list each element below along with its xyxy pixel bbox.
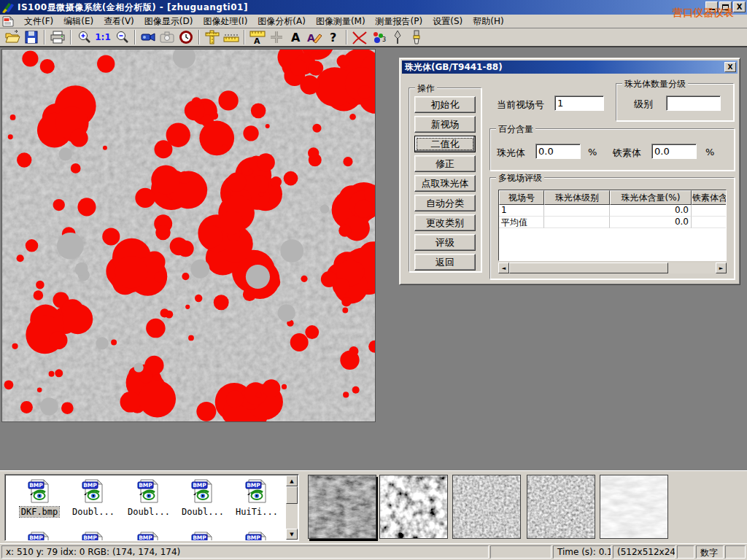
file-item[interactable]: BMP — [230, 530, 284, 541]
correct-button[interactable]: 修正 — [414, 155, 476, 172]
file-item[interactable]: BMP — [122, 530, 176, 541]
app-window: { "window": { "title": "IS100显微摄像系统(金相分析… — [0, 0, 747, 560]
close-button[interactable]: X — [733, 1, 746, 12]
thumbnail-3[interactable] — [452, 475, 521, 539]
init-button[interactable]: 初始化 — [414, 96, 476, 113]
table-row[interactable]: 1 0.0 — [499, 205, 726, 217]
thumbnail-4[interactable] — [527, 475, 595, 539]
cell-grade — [544, 205, 610, 217]
level-input[interactable] — [666, 96, 721, 111]
menu-measure-report[interactable]: 测量报告(P) — [371, 14, 428, 29]
file-name: DKF.bmp — [20, 507, 60, 517]
file-item[interactable]: BMP — [176, 530, 230, 541]
ruler-button[interactable] — [222, 29, 241, 46]
curve-tool-button[interactable] — [350, 29, 369, 46]
camera-button[interactable] — [158, 29, 177, 46]
file-item[interactable]: BMP DKF.bmp — [12, 478, 66, 517]
return-button[interactable]: 返回 — [414, 254, 476, 271]
scroll-left-icon: ◄ — [502, 265, 506, 271]
menu-image-processing[interactable]: 图像处理(I) — [198, 14, 252, 29]
binarize-button[interactable]: 二值化 — [414, 136, 476, 152]
move-cross-icon — [269, 30, 284, 44]
cell-grade — [544, 217, 610, 228]
menu-help[interactable]: 帮助(H) — [468, 14, 508, 29]
auto-classify-button[interactable]: 自动分类 — [414, 195, 476, 211]
file-item[interactable]: BMP — [12, 530, 66, 541]
timer-button[interactable] — [177, 29, 196, 46]
dialog-title-bar[interactable]: 珠光体(GB/T9441-88) X — [402, 61, 738, 74]
table-row[interactable]: 平均值 0.0 — [499, 217, 726, 228]
new-field-button[interactable]: 新视场 — [414, 116, 476, 133]
percent-group-label: 百分含量 — [496, 123, 535, 136]
zoom-in-button[interactable] — [74, 29, 93, 46]
status-empty-2 — [677, 545, 694, 559]
measure-label-button[interactable]: A — [248, 29, 267, 46]
help-button[interactable]: ? — [324, 29, 343, 46]
scroll-right-button[interactable]: ► — [716, 262, 727, 273]
menu-view[interactable]: 查看(V) — [98, 14, 139, 29]
menu-image-display[interactable]: 图像显示(D) — [139, 14, 198, 29]
brush-icon — [411, 30, 422, 44]
scroll-left-button[interactable]: ◄ — [498, 262, 509, 273]
zoom-out-icon — [115, 30, 129, 44]
open-button[interactable] — [3, 29, 22, 46]
menu-settings[interactable]: 设置(S) — [427, 14, 468, 29]
grade-button[interactable]: 评级 — [414, 234, 476, 251]
minimize-button[interactable] — [705, 1, 718, 12]
bmp-file-icon: BMP — [80, 478, 107, 504]
zoom-out-button[interactable] — [112, 29, 131, 46]
fill-brush-button[interactable] — [407, 29, 426, 46]
help-icon: ? — [328, 30, 339, 44]
bottom-panel: BMP DKF.bmp BMP Doubl... BMP Doubl... BM… — [0, 470, 747, 543]
pearlite-percent-input[interactable] — [535, 144, 581, 159]
move-button[interactable] — [267, 29, 286, 46]
file-item[interactable]: BMP — [66, 530, 120, 541]
video-capture-button[interactable] — [139, 29, 158, 46]
menu-edit[interactable]: 编辑(E) — [58, 14, 98, 29]
svg-text:BMP: BMP — [247, 482, 260, 489]
menu-image-analysis[interactable]: 图像分析(A) — [252, 14, 311, 29]
pick-pearlite-button[interactable]: 点取珠光体 — [414, 175, 476, 192]
current-field-input[interactable] — [554, 96, 604, 111]
caliper-button[interactable] — [203, 29, 222, 46]
current-field-label: 当前视场号 — [497, 98, 544, 112]
file-item[interactable]: BMP Doubl... — [176, 478, 230, 517]
file-item[interactable]: BMP HuiTi... — [230, 478, 284, 517]
metallograph-image[interactable] — [1, 49, 376, 422]
text-button[interactable]: A — [286, 29, 305, 46]
vscroll-thumb[interactable] — [286, 486, 298, 504]
ferrite-percent-input[interactable] — [651, 144, 697, 159]
thumbnail-2[interactable] — [379, 475, 448, 539]
scroll-up-button[interactable]: ▲ — [286, 475, 298, 486]
text-edit-icon: A — [306, 30, 322, 44]
table-hscrollbar[interactable]: ◄ ► — [498, 262, 727, 273]
thumbnail-1[interactable] — [308, 475, 376, 539]
file-item[interactable]: BMP Doubl... — [66, 478, 120, 517]
file-item[interactable]: BMP Doubl... — [122, 478, 176, 517]
file-vscrollbar[interactable]: ▲ ▼ — [286, 475, 298, 540]
file-name: Doubl... — [180, 507, 225, 517]
status-empty-1 — [490, 545, 551, 559]
scroll-down-button[interactable]: ▼ — [286, 529, 298, 540]
print-button[interactable] — [48, 29, 67, 46]
file-name: Doubl... — [126, 507, 171, 517]
text-edit-button[interactable]: A — [305, 29, 324, 46]
pointer-pen-button[interactable] — [388, 29, 407, 46]
maximize-button[interactable] — [719, 1, 732, 12]
file-browser[interactable]: BMP DKF.bmp BMP Doubl... BMP Doubl... BM… — [4, 474, 299, 541]
save-button[interactable] — [22, 29, 41, 46]
thumbnail-5[interactable] — [600, 475, 668, 539]
classify-phases-button[interactable]: 3 — [369, 29, 388, 46]
cell-pearlite-content: 0.0 — [610, 217, 692, 228]
dialog-close-button[interactable]: X — [724, 62, 736, 72]
status-coords: x: 510 y: 79 idx: 0 RGB: (174, 174, 174) — [1, 545, 489, 559]
bmp-file-icon: BMP — [26, 530, 53, 541]
menu-file[interactable]: 文件(F) — [19, 14, 58, 29]
menu-image-measure[interactable]: 图像测量(M) — [311, 14, 371, 29]
hscroll-thumb[interactable] — [509, 262, 668, 273]
camera-icon — [159, 31, 175, 44]
actual-size-button[interactable]: 1:1 — [93, 29, 112, 46]
file-name: HuiTi... — [234, 507, 279, 517]
grading-table[interactable]: 视场号 珠光体级别 珠光体含量(%) 铁素体含量(%) 1 0.0 平均值 0.… — [498, 190, 727, 261]
change-class-button[interactable]: 更改类别 — [414, 214, 476, 231]
